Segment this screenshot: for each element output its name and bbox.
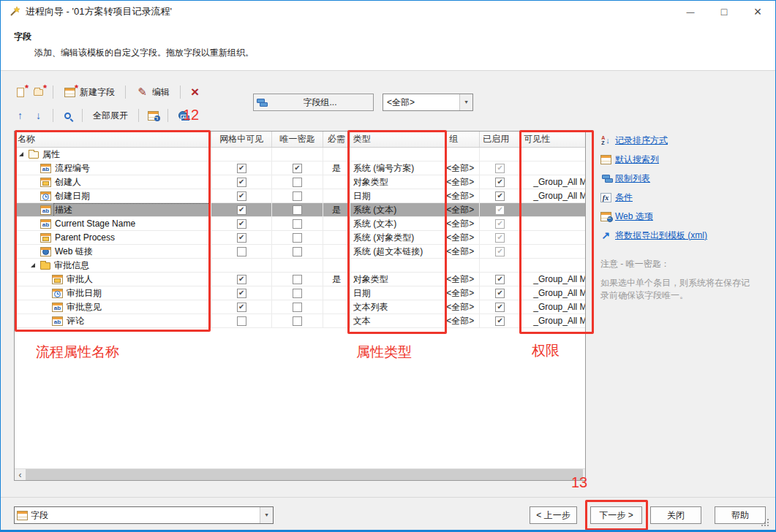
checkbox[interactable]: [237, 191, 246, 201]
checkbox[interactable]: [495, 247, 505, 256]
checkbox[interactable]: [237, 316, 246, 326]
checkbox[interactable]: [237, 275, 246, 284]
checkbox[interactable]: [293, 219, 302, 229]
globe-translate-icon[interactable]: [176, 110, 189, 121]
checkbox[interactable]: [237, 178, 246, 187]
new-record-icon[interactable]: [14, 86, 26, 98]
sidebar-link-2[interactable]: 限制列表: [599, 169, 770, 188]
column-header-2[interactable]: 唯一密匙: [272, 132, 323, 147]
checkbox[interactable]: [293, 303, 302, 312]
date-field-icon: [52, 289, 63, 298]
checkbox[interactable]: [495, 289, 505, 298]
table-row[interactable]: ab审批意见文本列表<全部>_Group_All My: [15, 300, 585, 314]
chevron-down-icon[interactable]: [260, 507, 273, 523]
column-header-6[interactable]: 已启用: [480, 132, 521, 147]
checkbox[interactable]: [495, 275, 505, 284]
maximize-icon[interactable]: [707, 1, 741, 23]
checkbox[interactable]: [495, 233, 505, 243]
checkbox[interactable]: [237, 289, 246, 298]
table-row[interactable]: 审批日期日期<全部>_Group_All My: [15, 286, 585, 300]
new-folder-icon[interactable]: [32, 86, 45, 98]
scrollbar-thumb[interactable]: [26, 469, 583, 480]
chevron-down-icon[interactable]: [459, 94, 472, 110]
checkbox[interactable]: [495, 219, 505, 229]
checkbox[interactable]: [237, 164, 246, 173]
table-row[interactable]: ab描述是系统 (文本)<全部>: [15, 203, 585, 217]
note-title: 注意 - 唯一密匙：: [600, 258, 670, 270]
horizontal-scrollbar[interactable]: [15, 468, 585, 480]
sidebar-link-3[interactable]: fx条件: [599, 188, 770, 207]
checkbox[interactable]: [293, 289, 302, 298]
table-row[interactable]: ab流程编号是系统 (编号方案)<全部>: [15, 162, 585, 175]
table-row[interactable]: 创建人对象类型<全部>_Group_All My: [15, 175, 585, 189]
web-field-icon: [40, 247, 51, 256]
edit-label: 编辑: [152, 86, 170, 99]
checkbox[interactable]: [293, 164, 302, 173]
checkbox[interactable]: [495, 164, 505, 173]
column-header-3[interactable]: 必需: [323, 132, 350, 147]
help-button[interactable]: 帮助: [715, 506, 766, 524]
table-row[interactable]: ab评论文本<全部>_Group_All My: [15, 314, 585, 328]
table-info-icon[interactable]: [147, 110, 159, 121]
checkbox[interactable]: [495, 205, 505, 215]
next-button[interactable]: 下一步 >: [590, 506, 642, 524]
move-down-icon[interactable]: [32, 110, 45, 121]
visibility-cell: [521, 245, 585, 258]
field-group-button[interactable]: 字段组...: [253, 94, 374, 111]
sidebar-link-0[interactable]: AZ↓记录排序方式: [599, 131, 770, 150]
group-filter-dropdown[interactable]: <全部>: [383, 94, 473, 111]
checkbox[interactable]: [293, 275, 302, 284]
expand-triangle-icon[interactable]: [19, 152, 23, 156]
row-label: 审批人: [66, 273, 211, 286]
criteria-icon: fx: [599, 191, 612, 203]
move-up-icon[interactable]: [14, 110, 26, 121]
checkbox[interactable]: [237, 219, 246, 229]
checkbox[interactable]: [495, 303, 505, 312]
table-row[interactable]: Parent Process系统 (对象类型)<全部>: [15, 231, 585, 245]
group-cell: <全部>: [446, 273, 480, 286]
checkbox[interactable]: [237, 205, 246, 215]
delete-icon[interactable]: [189, 86, 201, 98]
sidebar-link-5[interactable]: ↗将数据导出到模板 (xml): [599, 226, 770, 245]
checkbox[interactable]: [293, 233, 302, 243]
sidebar-link-1[interactable]: 默认搜索列: [599, 150, 770, 169]
checkbox[interactable]: [495, 191, 505, 201]
previous-button[interactable]: < 上一步: [530, 506, 577, 524]
expand-all-button[interactable]: 全部展开: [91, 108, 130, 123]
checkbox[interactable]: [293, 205, 302, 215]
checkbox[interactable]: [237, 303, 246, 312]
column-header-1[interactable]: 网格中可见: [211, 132, 272, 147]
table-row[interactable]: 审批人是对象类型<全部>_Group_All My: [15, 273, 585, 286]
checkbox[interactable]: [293, 178, 302, 187]
checkbox[interactable]: [237, 233, 246, 243]
checkbox[interactable]: [293, 247, 302, 256]
table-row[interactable]: Web 链接系统 (超文本链接)<全部>: [15, 245, 585, 259]
checkbox[interactable]: [237, 247, 246, 256]
column-header-7[interactable]: 可见性: [521, 132, 585, 147]
close-button[interactable]: 关闭: [650, 506, 701, 524]
checkbox[interactable]: [495, 316, 505, 326]
column-header-5[interactable]: 组: [446, 132, 480, 147]
step-combobox[interactable]: 字段: [14, 506, 274, 524]
scroll-left-icon[interactable]: [15, 469, 26, 480]
expand-triangle-icon[interactable]: [31, 263, 35, 267]
new-field-button[interactable]: 新建字段: [61, 85, 117, 100]
table-row[interactable]: abCurrent Stage Name系统 (文本)<全部>: [15, 217, 585, 231]
table-row[interactable]: 审批信息: [15, 259, 585, 273]
table-row[interactable]: 创建日期日期<全部>_Group_All My: [15, 189, 585, 203]
checkbox[interactable]: [293, 316, 302, 326]
group-cell: <全部>: [446, 175, 480, 189]
sidebar-link-4[interactable]: Web 选项: [599, 207, 770, 226]
table-row[interactable]: 属性: [15, 148, 585, 162]
resize-grip[interactable]: [761, 519, 770, 528]
search-icon[interactable]: [61, 110, 74, 121]
row-label: 审批日期: [66, 287, 211, 300]
column-header-4[interactable]: 类型: [350, 132, 447, 147]
minimize-icon[interactable]: [674, 1, 707, 23]
checkbox[interactable]: [495, 178, 505, 187]
close-icon[interactable]: [741, 1, 775, 23]
object-field-icon: [40, 178, 51, 187]
column-header-0[interactable]: 名称: [15, 132, 211, 147]
checkbox[interactable]: [293, 191, 302, 201]
edit-button[interactable]: 编辑: [134, 85, 172, 100]
